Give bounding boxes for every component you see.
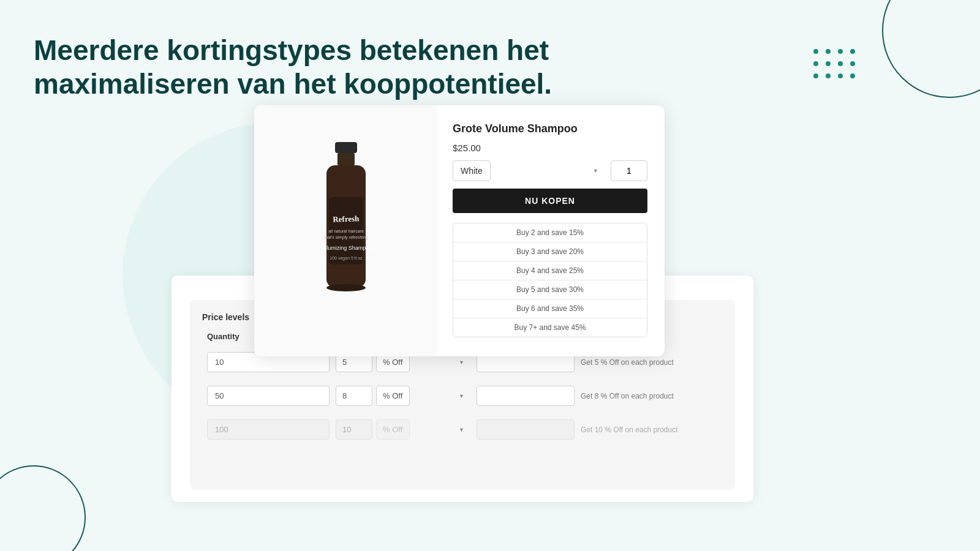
svg-text:Volumizing Shampoo: Volumizing Shampoo [320, 245, 372, 251]
quantity-cell-2 [207, 386, 330, 406]
product-image-section: Refresh all natural haircare that's simp… [254, 105, 438, 356]
discount-tier-5: Buy 6 and save 35% [453, 299, 647, 318]
svg-rect-0 [335, 142, 357, 153]
svg-text:Refresh: Refresh [333, 214, 360, 224]
discount-type-3[interactable]: % Off [376, 419, 410, 440]
discount-tier-2: Buy 3 and save 20% [453, 242, 647, 261]
discount-tiers: Buy 2 and save 15% Buy 3 and save 20% Bu… [453, 223, 647, 337]
dots-grid [813, 49, 858, 81]
svg-text:that's simply refreshing: that's simply refreshing [324, 235, 368, 240]
price-levels-title: Price levels [202, 312, 249, 322]
quantity-input[interactable] [611, 160, 647, 181]
offer-text-cell-3: Get 10 % Off on each product [477, 419, 718, 440]
discount-tier-4: Buy 5 and save 30% [453, 280, 647, 299]
offer-help-input-3[interactable] [477, 419, 575, 440]
offer-preview-2: Get 8 % Off on each product [581, 392, 674, 400]
buy-now-button[interactable]: NU KOPEN [453, 189, 647, 213]
svg-point-9 [326, 284, 366, 291]
discount-tier-3: Buy 4 and save 25% [453, 261, 647, 280]
discount-tier-1: Buy 2 and save 15% [453, 223, 647, 242]
product-title: Grote Volume Shampoo [453, 122, 647, 135]
main-heading: Meerdere kortingstypes betekenen het max… [34, 34, 552, 101]
product-card: Refresh all natural haircare that's simp… [254, 105, 665, 356]
product-info-section: Grote Volume Shampoo $25.00 White NU KOP… [438, 105, 665, 356]
offer-preview-1: Get 5 % Off on each product [581, 358, 674, 367]
svg-text:100 vegan  5 fl oz: 100 vegan 5 fl oz [330, 256, 363, 261]
offer-text-cell-2: Get 8 % Off on each product [477, 386, 718, 406]
discount-cell-2: % Off [336, 386, 470, 406]
discount-type-2[interactable]: % Off [376, 386, 410, 406]
discount-num-3[interactable] [336, 419, 372, 440]
heading-line1: Meerdere kortingstypes betekenen het [34, 34, 549, 66]
product-bottle-image: Refresh all natural haircare that's simp… [303, 142, 389, 320]
decorative-circle-bottom-left [0, 465, 86, 551]
product-price: $25.00 [453, 143, 647, 153]
discount-cell-3: % Off [336, 419, 470, 440]
quantity-cell-3 [207, 419, 330, 440]
quantity-input-2[interactable] [207, 386, 330, 406]
table-row: % Off Get 10 % Off on each product [202, 414, 723, 444]
svg-rect-1 [337, 153, 355, 165]
table-row: % Off Get 8 % Off on each product [202, 381, 723, 411]
product-controls: White [453, 160, 647, 181]
variant-select[interactable]: White [453, 160, 491, 181]
decorative-circle-top-right [882, 0, 980, 98]
discount-tier-6: Buy 7+ and save 45% [453, 318, 647, 337]
offer-help-input-2[interactable] [477, 386, 575, 406]
svg-text:all natural haircare: all natural haircare [328, 229, 364, 233]
heading-line2: maximaliseren van het kooppotentieel. [34, 68, 552, 100]
quantity-input-3[interactable] [207, 419, 330, 440]
discount-num-2[interactable] [336, 386, 372, 406]
offer-preview-3: Get 10 % Off on each product [581, 425, 678, 434]
